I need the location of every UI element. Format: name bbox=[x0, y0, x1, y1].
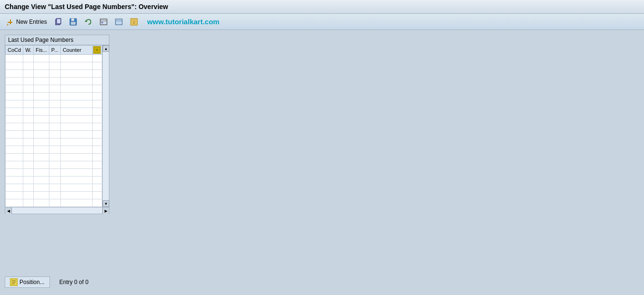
undo-button[interactable] bbox=[82, 16, 95, 28]
table-cell bbox=[6, 116, 23, 123]
table-cell bbox=[93, 192, 102, 199]
table-cell bbox=[49, 100, 60, 108]
new-entries-icon bbox=[6, 18, 15, 26]
table-cell bbox=[49, 184, 60, 192]
table-cell bbox=[93, 184, 102, 192]
col-header-icon[interactable] bbox=[93, 46, 102, 55]
table-row[interactable] bbox=[6, 177, 102, 184]
scroll-up-button[interactable]: ▲ bbox=[103, 45, 109, 52]
table-cell bbox=[60, 146, 92, 154]
table-cell bbox=[60, 131, 92, 138]
table-cell bbox=[6, 199, 23, 207]
table-cell bbox=[60, 100, 92, 108]
table-panel: Last Used Page Numbers CoCd W. bbox=[5, 35, 109, 214]
svg-text:i: i bbox=[134, 20, 135, 25]
scroll-left-button[interactable]: ◀ bbox=[5, 207, 12, 214]
table-row[interactable] bbox=[6, 192, 102, 199]
table-cell bbox=[33, 55, 49, 62]
toolbar-btn-4[interactable] bbox=[97, 16, 110, 28]
new-entries-button[interactable]: New Entries bbox=[4, 16, 49, 28]
svg-rect-7 bbox=[71, 22, 76, 25]
table-row[interactable] bbox=[6, 123, 102, 131]
table-cell bbox=[49, 116, 60, 123]
table-cell bbox=[33, 93, 49, 100]
table-cell bbox=[49, 123, 60, 131]
table-cell bbox=[93, 154, 102, 161]
bottom-bar: Position... Entry 0 of 0 bbox=[5, 276, 88, 288]
table-cell bbox=[6, 78, 23, 85]
table-cell bbox=[49, 93, 60, 100]
table-cell bbox=[6, 192, 23, 199]
table-cell bbox=[60, 192, 92, 199]
table-cell bbox=[60, 78, 92, 85]
table-cell bbox=[49, 108, 60, 116]
table-cell bbox=[49, 85, 60, 93]
table-cell bbox=[23, 177, 34, 184]
table-row[interactable] bbox=[6, 100, 102, 108]
scroll-right-button[interactable]: ▶ bbox=[102, 207, 109, 214]
table-cell bbox=[23, 93, 34, 100]
other1-icon bbox=[99, 18, 108, 26]
table-cell bbox=[6, 93, 23, 100]
table-cell bbox=[93, 146, 102, 154]
table-with-scroll: CoCd W. Fis... P... bbox=[5, 45, 109, 207]
table-row[interactable] bbox=[6, 131, 102, 138]
table-row[interactable] bbox=[6, 108, 102, 116]
right-scrollbar: ▲ ▼ bbox=[102, 45, 109, 207]
table-cell bbox=[23, 131, 34, 138]
table-cell bbox=[6, 123, 23, 131]
col-header-w: W. bbox=[23, 46, 34, 55]
table-cell bbox=[33, 169, 49, 177]
col-header-cocd: CoCd bbox=[6, 46, 23, 55]
table-cell bbox=[6, 184, 23, 192]
save-button[interactable] bbox=[67, 16, 80, 28]
table-cell bbox=[49, 199, 60, 207]
table-row[interactable] bbox=[6, 199, 102, 207]
table-cell bbox=[33, 70, 49, 78]
svg-marker-2 bbox=[7, 24, 9, 26]
svg-rect-4 bbox=[57, 19, 61, 24]
table-row[interactable] bbox=[6, 138, 102, 146]
table-cell bbox=[49, 169, 60, 177]
entry-info: Entry 0 of 0 bbox=[59, 279, 88, 285]
table-cell bbox=[49, 70, 60, 78]
table-cell bbox=[6, 138, 23, 146]
table-row[interactable] bbox=[6, 85, 102, 93]
toolbar: New Entries bbox=[0, 14, 644, 30]
table-row[interactable] bbox=[6, 184, 102, 192]
table-row[interactable] bbox=[6, 93, 102, 100]
table-row[interactable] bbox=[6, 116, 102, 123]
table-row[interactable] bbox=[6, 169, 102, 177]
table-cell bbox=[23, 123, 34, 131]
table-cell bbox=[93, 70, 102, 78]
table-cell bbox=[93, 62, 102, 70]
table-cell bbox=[23, 85, 34, 93]
scroll-track bbox=[103, 52, 109, 200]
table-cell bbox=[33, 85, 49, 93]
col-header-counter: Counter bbox=[60, 46, 92, 55]
toolbar-btn-5[interactable] bbox=[112, 16, 125, 28]
table-row[interactable] bbox=[6, 161, 102, 169]
copy-button[interactable] bbox=[51, 16, 65, 28]
table-cell bbox=[49, 138, 60, 146]
table-row[interactable] bbox=[6, 154, 102, 161]
position-button[interactable]: Position... bbox=[5, 276, 50, 288]
table-row[interactable] bbox=[6, 55, 102, 62]
table-panel-header: Last Used Page Numbers bbox=[5, 35, 109, 45]
table-row[interactable] bbox=[6, 62, 102, 70]
table-cell bbox=[60, 55, 92, 62]
table-cell bbox=[23, 154, 34, 161]
table-cell bbox=[49, 131, 60, 138]
table-cell bbox=[23, 192, 34, 199]
horizontal-scroll-track bbox=[12, 207, 102, 214]
table-cell bbox=[60, 169, 92, 177]
table-row[interactable] bbox=[6, 146, 102, 154]
toolbar-btn-6[interactable]: i bbox=[127, 16, 141, 28]
table-row[interactable] bbox=[6, 70, 102, 78]
svg-rect-11 bbox=[101, 22, 103, 23]
table-cell bbox=[60, 161, 92, 169]
table-row[interactable] bbox=[6, 78, 102, 85]
scroll-down-button[interactable]: ▼ bbox=[103, 200, 109, 207]
table-cell bbox=[60, 70, 92, 78]
watermark-text: www.tutorialkart.com bbox=[147, 18, 220, 26]
